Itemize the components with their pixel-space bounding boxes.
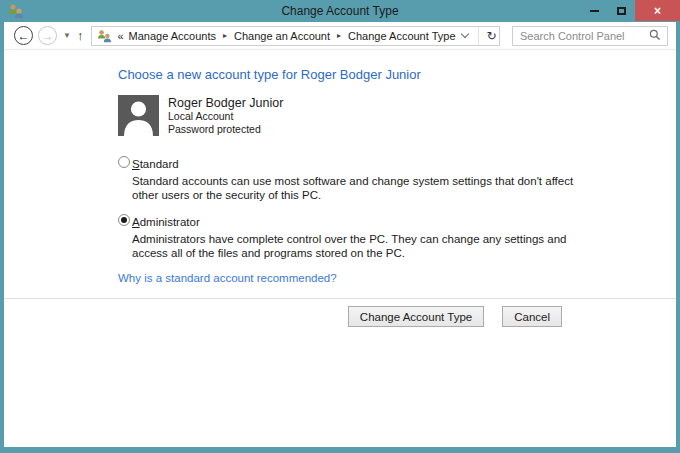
option-administrator[interactable]: Administrator Administrators have comple… <box>118 212 598 260</box>
access-key: A <box>132 216 140 228</box>
history-dropdown-icon[interactable]: ▼ <box>63 31 71 40</box>
window-controls: × <box>581 0 680 21</box>
maximize-button[interactable] <box>608 0 635 21</box>
avatar <box>118 95 159 136</box>
option-standard-label[interactable]: Standard <box>132 158 179 170</box>
cancel-button[interactable]: Cancel <box>502 306 562 327</box>
user-protection: Password protected <box>168 123 283 136</box>
refresh-icon[interactable]: ↻ <box>479 29 505 43</box>
back-button[interactable]: ← <box>14 26 33 45</box>
option-standard[interactable]: Standard Standard accounts can use most … <box>118 154 598 202</box>
option-administrator-label[interactable]: Administrator <box>132 216 200 228</box>
navigation-bar: ← → ▼ ↑ « Manage Accounts ▸ Change an Ac… <box>4 22 676 50</box>
user-summary: Roger Bodger Junior Local Account Passwo… <box>118 95 676 136</box>
close-button[interactable]: × <box>635 0 680 21</box>
option-administrator-description: Administrators have complete control ove… <box>132 232 598 260</box>
change-account-type-button[interactable]: Change Account Type <box>348 306 484 327</box>
titlebar: Change Account Type × <box>4 0 676 22</box>
window-title: Change Account Type <box>4 4 676 18</box>
breadcrumb-separator-icon[interactable]: ▸ <box>337 31 341 40</box>
window: Change Account Type × ← → ▼ ↑ <box>0 0 680 453</box>
maximize-icon <box>617 7 626 15</box>
label-rest: dministrator <box>140 216 200 228</box>
minimize-button[interactable] <box>581 0 608 21</box>
search-box[interactable] <box>512 26 668 46</box>
breadcrumb-ellipsis[interactable]: « <box>117 30 123 42</box>
breadcrumb-change-account-type[interactable]: Change Account Type <box>348 30 455 42</box>
radio-administrator[interactable] <box>118 214 130 226</box>
breadcrumb-change-an-account[interactable]: Change an Account <box>234 30 330 42</box>
breadcrumb-manage-accounts[interactable]: Manage Accounts <box>129 30 216 42</box>
search-input[interactable] <box>513 28 649 44</box>
standard-account-recommended-link[interactable]: Why is a standard account recommended? <box>118 272 337 284</box>
button-row: Change Account Type Cancel <box>4 306 676 327</box>
button-area-divider <box>4 298 676 299</box>
search-icon[interactable] <box>649 27 661 45</box>
breadcrumb-separator-icon[interactable]: ▸ <box>223 31 227 40</box>
user-account-type: Local Account <box>168 110 283 123</box>
user-name: Roger Bodger Junior <box>168 96 283 110</box>
address-bar[interactable]: « Manage Accounts ▸ Change an Account ▸ … <box>91 26 500 46</box>
option-standard-description: Standard accounts can use most software … <box>132 174 598 202</box>
window-body: ← → ▼ ↑ « Manage Accounts ▸ Change an Ac… <box>4 22 676 447</box>
user-meta: Roger Bodger Junior Local Account Passwo… <box>168 95 283 136</box>
forward-button[interactable]: → <box>38 26 57 45</box>
page-title: Choose a new account type for Roger Bodg… <box>118 50 676 82</box>
access-key: S <box>132 158 140 170</box>
label-rest: tandard <box>140 158 179 170</box>
user-accounts-small-icon <box>97 29 113 43</box>
main-content: Choose a new account type for Roger Bodg… <box>4 50 676 446</box>
minimize-icon <box>590 10 599 12</box>
radio-standard[interactable] <box>118 156 130 168</box>
up-button[interactable]: ↑ <box>77 28 84 43</box>
address-dropdown-icon[interactable] <box>460 30 468 38</box>
